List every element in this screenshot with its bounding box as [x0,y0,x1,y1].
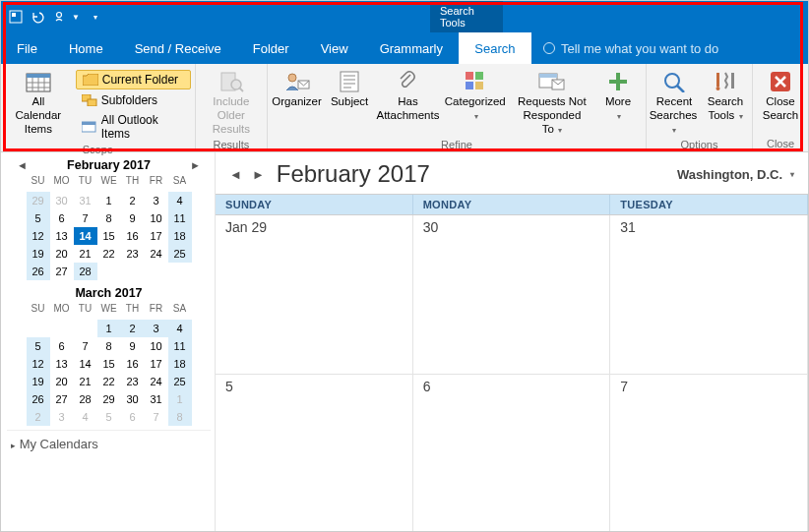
mini-cal-day[interactable]: 14 [74,355,97,373]
cal-next[interactable]: ► [252,167,265,182]
menu-view[interactable]: View [305,32,364,64]
mini-cal-day[interactable]: 3 [145,192,168,209]
mini-cal-day[interactable]: 18 [168,227,192,245]
calendar-cell[interactable]: Jan 29 [216,215,413,375]
menu-grammarly[interactable]: Grammarly [364,32,459,64]
mini-cal-day[interactable]: 9 [121,209,145,227]
mini-cal-day[interactable]: 26 [27,263,50,280]
more-button[interactable]: More▾ [594,68,642,125]
mini-cal-day[interactable]: 11 [168,209,192,227]
mini-cal-day[interactable]: 31 [145,390,168,408]
mini-cal-day[interactable]: 11 [168,337,192,355]
undo-icon[interactable] [29,8,46,26]
mini-cal-day[interactable]: 12 [27,227,50,245]
mini-cal-day[interactable]: 29 [97,390,121,408]
calendar-cell[interactable]: 31 [610,215,808,375]
mini-cal-day[interactable]: 3 [145,320,168,337]
all-outlook-items-button[interactable]: All Outlook Items [76,111,191,143]
mini-cal-day[interactable]: 6 [121,408,145,426]
mini-cal-day[interactable]: 3 [50,408,74,426]
mini-cal-day[interactable]: 15 [97,355,121,373]
mini-cal-day[interactable]: 18 [168,355,192,373]
mini-cal-day[interactable]: 17 [145,227,168,245]
mini-cal-day[interactable]: 25 [168,373,192,390]
mini-cal-day[interactable]: 20 [50,373,74,390]
mini-cal-day[interactable]: 4 [168,192,192,209]
mini-cal-day[interactable]: 24 [145,373,168,390]
search-tools-button[interactable]: Search Tools ▾ [702,68,749,125]
mini-cal-day[interactable]: 13 [50,227,74,245]
mini-cal-day[interactable]: 23 [121,373,145,390]
requests-not-responded-button[interactable]: Requests Not Responded To ▾ [514,68,591,138]
mini-cal-day[interactable]: 8 [97,337,121,355]
menu-search[interactable]: Search [459,32,531,64]
mini-cal-day[interactable]: 19 [27,245,50,263]
mini-cal-day[interactable]: 10 [145,337,168,355]
mini-cal-day[interactable]: 28 [74,390,97,408]
mini-cal-day[interactable]: 5 [97,408,121,426]
calendar-cell[interactable]: 6 [413,375,611,533]
menu-file[interactable]: File [1,32,53,64]
mini-cal-day[interactable]: 7 [74,209,97,227]
calendar-cell[interactable]: 30 [413,215,611,375]
mini-cal-day[interactable]: 12 [27,355,50,373]
calendar-cell[interactable]: 7 [610,375,808,533]
subfolders-button[interactable]: Subfolders [76,91,191,109]
mini-cal-day[interactable]: 7 [145,408,168,426]
recent-searches-button[interactable]: Recent Searches ▾ [651,68,698,138]
has-attachments-button[interactable]: Has Attachments [377,68,439,125]
mini-cal-day[interactable]: 6 [50,209,74,227]
mini-cal-day[interactable]: 8 [97,209,121,227]
menu-home[interactable]: Home [53,32,119,64]
tell-me-field[interactable]: Tell me what you want to do [531,32,730,64]
mini-cal-day[interactable]: 15 [97,227,121,245]
categorized-button[interactable]: Categorized ▾ [443,68,510,125]
mini-cal-day[interactable]: 14 [74,227,97,245]
mini-cal-day[interactable]: 17 [145,355,168,373]
menu-send-receive[interactable]: Send / Receive [119,32,237,64]
all-calendar-items-button[interactable]: All Calendar Items [5,68,72,138]
mini-cal-day[interactable]: 2 [27,408,50,426]
mini-cal-day[interactable]: 22 [97,245,121,263]
qat-dropdown-icon[interactable]: ▼ [72,13,80,22]
my-calendars-section[interactable]: ▸ My Calendars [7,430,211,457]
mini-cal-day[interactable]: 28 [74,263,97,280]
mini-cal-day[interactable]: 9 [121,337,145,355]
mini-cal-day[interactable]: 30 [50,192,74,209]
current-folder-button[interactable]: Current Folder [76,70,191,89]
mini-cal-day[interactable]: 29 [27,192,50,209]
mini-cal-day[interactable]: 4 [74,408,97,426]
mini-cal-day[interactable]: 21 [74,245,97,263]
mini-cal-day[interactable]: 27 [50,263,74,280]
mini-cal-day[interactable]: 30 [121,390,145,408]
mini-cal-day[interactable]: 31 [74,192,97,209]
mini-cal-day[interactable]: 20 [50,245,74,263]
mini-cal-day[interactable]: 1 [168,390,192,408]
mini-cal-day[interactable]: 24 [145,245,168,263]
mini-cal-day[interactable]: 21 [74,373,97,390]
qat-item-icon[interactable] [50,8,68,26]
organizer-button[interactable]: Organizer [272,68,322,111]
mini-cal-day[interactable]: 5 [27,337,50,355]
mini-cal-next[interactable]: ► [186,157,205,173]
mini-cal-day[interactable]: 2 [121,192,145,209]
close-search-button[interactable]: Close Search [757,68,804,125]
calendar-cell[interactable]: 5 [216,375,413,533]
mini-cal-day[interactable]: 5 [27,209,50,227]
mini-cal-day[interactable]: 1 [97,192,121,209]
mini-cal-day[interactable]: 22 [97,373,121,390]
mini-cal-day[interactable]: 7 [74,337,97,355]
mini-cal-day[interactable]: 1 [97,320,121,337]
qat-customize-icon[interactable]: ▾ [93,13,97,22]
mini-cal-day[interactable]: 2 [121,320,145,337]
cal-prev[interactable]: ◄ [229,167,242,182]
mini-cal-prev[interactable]: ◄ [13,157,31,173]
mini-cal-day[interactable]: 13 [50,355,74,373]
mini-cal-day[interactable]: 4 [168,320,192,337]
mini-cal-day[interactable]: 16 [121,227,145,245]
mini-cal-day[interactable]: 26 [27,390,50,408]
mini-cal-day[interactable]: 23 [121,245,145,263]
subject-button[interactable]: Subject [326,68,373,111]
mini-cal-day[interactable]: 19 [27,373,50,390]
mini-cal-day[interactable]: 27 [50,390,74,408]
